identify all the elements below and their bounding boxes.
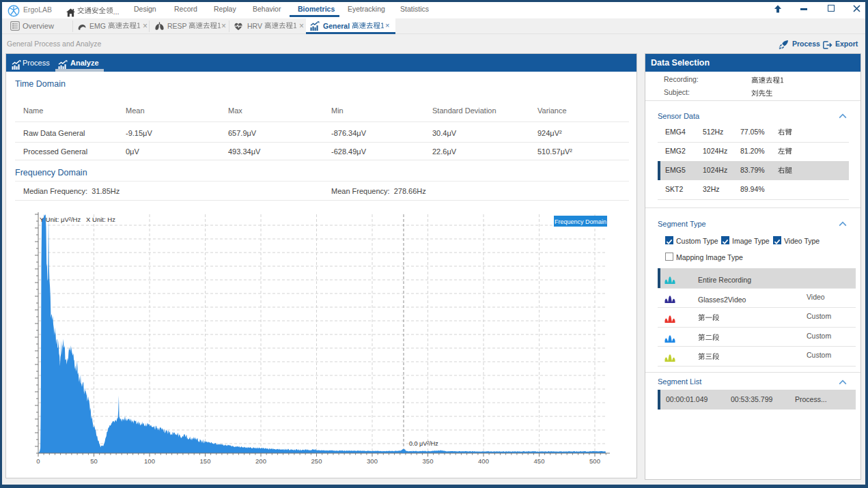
svg-text:100: 100 <box>144 457 155 465</box>
svg-text:Frequency Domain: Frequency Domain <box>555 218 606 225</box>
svg-text:250: 250 <box>311 457 322 465</box>
svg-text:0.0 μV²/Hz: 0.0 μV²/Hz <box>409 440 438 447</box>
svg-text:0: 0 <box>36 457 40 465</box>
svg-text:50: 50 <box>90 457 98 465</box>
svg-text:450: 450 <box>534 457 545 465</box>
svg-text:400: 400 <box>478 457 489 465</box>
svg-text:200: 200 <box>255 457 266 465</box>
svg-text:350: 350 <box>423 457 434 465</box>
svg-text:Y Unit: μV²/Hz X Unit: Hz: Y Unit: μV²/Hz X Unit: Hz <box>40 216 115 223</box>
svg-text:300: 300 <box>367 457 378 465</box>
svg-text:150: 150 <box>200 457 211 465</box>
svg-text:500: 500 <box>589 457 600 465</box>
